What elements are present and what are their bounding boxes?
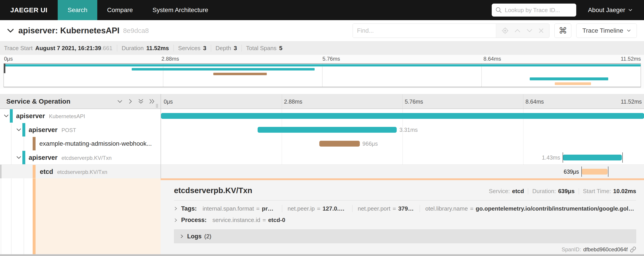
find-prev-icon[interactable]: [514, 29, 521, 33]
minimap-canvas[interactable]: [4, 63, 641, 87]
trace-summary-bar: Trace Start August 7 2021, 16:21:39.661 …: [0, 41, 644, 55]
timeline-tick: 0μs: [164, 98, 173, 105]
duration-value: 11.52ms: [146, 45, 169, 52]
collapse-one-icon[interactable]: [117, 98, 123, 104]
minimap-tick: 8.64ms: [484, 56, 501, 62]
timeline-minimap: 0μs 2.88ms 5.76ms 8.64ms 11.52ms: [0, 55, 644, 88]
collapse-all-icon[interactable]: [138, 98, 144, 104]
collapse-children-icon[interactable]: [4, 114, 9, 119]
detail-operation-title: etcdserverpb.KV/Txn: [174, 186, 252, 195]
process-accordion[interactable]: Process: service.instance.id=etcd-0: [174, 217, 636, 223]
minimap-span-bar: [530, 77, 608, 80]
spanid-value: dfbebd960ced064f: [583, 246, 628, 253]
nav-tab-search[interactable]: Search: [58, 0, 97, 20]
chevron-right-icon: [180, 234, 184, 239]
span-duration-label: 966μs: [362, 141, 378, 147]
total-spans-value: 5: [279, 45, 282, 52]
tag-item: internal.span.format=proto: [202, 205, 276, 212]
tree-guide-line: [11, 178, 12, 254]
collapse-children-icon[interactable]: [16, 156, 22, 160]
tag-value: go.opentelemetry.io/contrib/instrumentat…: [476, 205, 636, 212]
minimap-tick: 5.76ms: [322, 56, 340, 62]
tag-item: net.peer.ip=127.0.0.1: [288, 205, 347, 212]
minimap-span-bar: [132, 68, 314, 71]
service-operation-title: Service & Operation: [6, 98, 70, 105]
find-input[interactable]: [353, 24, 496, 38]
tags-label: Tags:: [181, 205, 197, 212]
operation-name: etcdserverpb.KV/Txn: [62, 155, 112, 161]
nav-tab-compare[interactable]: Compare: [97, 0, 143, 20]
find-bar: [353, 24, 550, 38]
trace-lookup-input[interactable]: [505, 7, 573, 14]
minimap-span-bar: [4, 64, 641, 67]
duration-value: 639μs: [558, 188, 575, 195]
span-duration-bar[interactable]: 3.31ms: [258, 127, 397, 133]
timeline-tick: 2.88ms: [284, 98, 302, 105]
span-row-apiserver-post[interactable]: apiserverPOST 3.31ms: [0, 123, 644, 137]
horizontal-scrollbar[interactable]: [0, 254, 644, 256]
span-service: apiserverKubernetesAPI: [16, 112, 85, 120]
span-name-cell: apiserverPOST: [0, 123, 160, 137]
about-jaeger-menu[interactable]: About Jaeger: [588, 7, 632, 14]
span-name-cell: apiserverKubernetesAPI: [0, 109, 160, 123]
keyboard-shortcuts-button[interactable]: ⌘: [554, 24, 571, 38]
collapse-children-icon[interactable]: [16, 128, 22, 132]
column-divider[interactable]: [160, 94, 161, 178]
tag-divider: [420, 205, 420, 212]
selected-span-guide-bar: [33, 178, 36, 254]
trace-title: apiserver: KubernetesAPI: [18, 26, 120, 35]
copy-link-icon[interactable]: [630, 246, 636, 253]
summary-divider: [174, 45, 174, 52]
summary-divider: [242, 45, 242, 52]
minimap-drag-handle[interactable]: [4, 64, 5, 73]
tag-value: 37982: [398, 205, 414, 212]
span-row-apiserver-kubernetesapi[interactable]: apiserverKubernetesAPI: [0, 109, 644, 123]
span-bar-cell: [161, 109, 644, 123]
span-duration-bar[interactable]: 639μs: [582, 169, 608, 175]
span-table-header: Service & Operation 0μs 2.88ms 5.76ms 8.…: [0, 94, 644, 109]
service-name: apiserver: [28, 126, 58, 133]
span-row-etcd-kvtxn-selected[interactable]: etcdetcdserverpb.KV/Txn 639μs: [0, 164, 644, 178]
logs-accordion[interactable]: Logs (2): [174, 229, 636, 243]
clear-find-icon[interactable]: [538, 28, 544, 34]
search-icon: [495, 7, 502, 14]
span-color-chip: [22, 151, 25, 164]
service-value: etcd: [512, 188, 524, 195]
collapse-trace-chevron-icon[interactable]: [7, 28, 14, 33]
span-duration-label: 639μs: [564, 169, 579, 175]
trace-start-label: Trace Start: [4, 45, 33, 52]
process-label: Process:: [181, 217, 206, 223]
span-bar-cell: 639μs: [161, 165, 644, 178]
span-row-apiserver-kvtxn[interactable]: apiserveretcdserverpb.KV/Txn 1.43ms: [0, 151, 644, 164]
find-next-icon[interactable]: [526, 29, 533, 33]
span-color-chip: [33, 165, 36, 178]
detail-divider: [174, 200, 636, 200]
operation-name: etcdserverpb.KV/Txn: [57, 169, 107, 175]
tags-accordion[interactable]: Tags: internal.span.format=proto net.pee…: [174, 205, 636, 212]
trace-lookup-box[interactable]: [492, 4, 576, 17]
duration-label: Duration:: [532, 188, 556, 195]
tag-divider: [282, 205, 282, 212]
tag-divider: [352, 205, 352, 212]
span-duration-bar[interactable]: 966μs: [319, 141, 360, 147]
trace-header: apiserver: KubernetesAPI 8e9dca8 ⌘: [0, 20, 644, 41]
minimap-gridline: [482, 64, 482, 87]
locate-span-icon[interactable]: [502, 27, 509, 34]
span-duration-bar[interactable]: 1.43ms: [563, 155, 622, 160]
span-service: apiserverPOST: [28, 126, 76, 134]
nav-tab-system-architecture[interactable]: System Architecture: [143, 0, 218, 20]
column-resize-grip[interactable]: [156, 104, 158, 109]
timeline-tick: 11.52ms: [621, 98, 642, 105]
trace-start-value: August 7 2021, 16:21:39.661: [35, 45, 112, 52]
trace-start-datetime: August 7 2021, 16:21:39: [35, 45, 101, 52]
meta-divider: [579, 188, 579, 194]
expand-one-icon[interactable]: [128, 98, 133, 104]
detail-footer: SpanID: dfbebd960ced064f: [174, 246, 636, 253]
span-row-webhook[interactable]: example-mutating-admission-webhook... 96…: [0, 137, 644, 151]
expand-all-icon[interactable]: [149, 98, 155, 104]
span-service: example-mutating-admission-webhook...: [39, 140, 152, 147]
span-duration-bar[interactable]: [161, 113, 644, 119]
about-jaeger-label: About Jaeger: [588, 7, 625, 14]
depth-label: Depth: [216, 45, 231, 52]
trace-view-select[interactable]: Trace Timeline: [576, 24, 637, 38]
